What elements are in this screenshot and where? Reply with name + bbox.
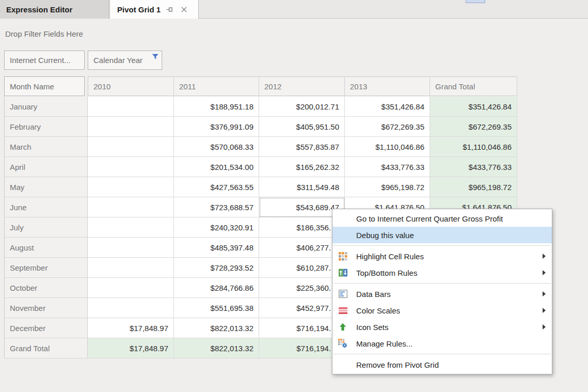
row-header[interactable]: April — [4, 157, 88, 177]
pivot-cell[interactable]: $433,776.33 — [430, 157, 517, 177]
pivot-cell[interactable]: $200,012.71 — [259, 97, 345, 117]
context-menu-item-manage-rules[interactable]: Manage Rules... — [332, 335, 552, 352]
row-header[interactable]: October — [4, 278, 88, 298]
row-header[interactable]: February — [4, 117, 88, 137]
pivot-cell[interactable]: $17,848.97 — [88, 338, 174, 358]
menu-separator — [333, 354, 551, 354]
pivot-cell[interactable]: $672,269.35 — [430, 117, 517, 137]
context-menu-item-color-scales[interactable]: Color Scales — [332, 302, 552, 319]
row-header[interactable]: June — [4, 197, 88, 217]
tab-expression-editor[interactable]: Expression Editor — [0, 0, 109, 19]
column-header-2011[interactable]: 2011 — [174, 76, 259, 96]
pivot-cell[interactable] — [88, 258, 174, 278]
context-menu: Go to Internet Current Quarter Gross Pro… — [332, 209, 552, 374]
manage-rules-icon — [338, 339, 347, 348]
context-menu-item-remove-from-pivot-grid[interactable]: Remove from Pivot Grid — [332, 356, 552, 373]
pivot-cell[interactable]: $188,951.18 — [174, 97, 259, 117]
pivot-cell[interactable]: $284,766.86 — [174, 278, 259, 298]
pivot-cell[interactable] — [88, 97, 174, 117]
submenu-arrow-icon — [543, 291, 546, 296]
row-header[interactable]: December — [4, 318, 88, 338]
drop-filter-fields-hint: Drop Filter Fields Here — [5, 29, 83, 38]
pivot-cell[interactable]: $376,991.09 — [174, 117, 259, 137]
filter-field-label: Calendar Year — [93, 56, 142, 65]
menu-item-label: Highlight Cell Rules — [356, 252, 424, 261]
pivot-cell[interactable]: $427,563.55 — [174, 177, 259, 197]
pivot-cell[interactable]: $822,013.32 — [174, 338, 259, 358]
row-header[interactable]: May — [4, 177, 88, 197]
pivot-corner-cell: Month Name — [4, 76, 88, 96]
pivot-cell[interactable]: $1,110,046.86 — [430, 137, 517, 157]
menu-item-label: Go to Internet Current Quarter Gross Pro… — [356, 214, 503, 223]
pin-icon[interactable] — [164, 4, 175, 15]
column-header-grand-total[interactable]: Grand Total — [430, 76, 517, 96]
row-header[interactable]: September — [4, 258, 88, 278]
pivot-cell[interactable]: $165,262.32 — [259, 157, 345, 177]
menu-item-label: Debug this value — [356, 231, 414, 240]
column-header-2010[interactable]: 2010 — [88, 76, 174, 96]
column-header-2013[interactable]: 2013 — [345, 76, 430, 96]
toolbar-button-remnant — [466, 0, 485, 3]
pivot-cell[interactable] — [88, 217, 174, 238]
context-menu-item-go-to-internet-current-quarter-gross-profit[interactable]: Go to Internet Current Quarter Gross Pro… — [332, 210, 552, 227]
pivot-cell[interactable] — [88, 137, 174, 157]
row-header[interactable]: Grand Total — [4, 338, 88, 358]
pivot-cell[interactable]: $723,688.57 — [174, 197, 259, 217]
pivot-cell[interactable]: $965,198.72 — [345, 177, 430, 197]
row-header[interactable]: November — [4, 298, 88, 318]
menu-item-label: Top/Bottom Rules — [356, 269, 417, 277]
row-header[interactable]: January — [4, 97, 88, 117]
submenu-arrow-icon — [543, 308, 546, 313]
pivot-cell[interactable]: $17,848.97 — [88, 318, 174, 338]
row-header[interactable]: March — [4, 137, 88, 157]
context-menu-item-top-bottom-rules[interactable]: Top/Bottom Rules — [332, 264, 552, 281]
menu-item-label: Remove from Pivot Grid — [356, 360, 439, 369]
column-header-2012[interactable]: 2012 — [259, 76, 345, 96]
pivot-cell[interactable] — [88, 117, 174, 137]
row-header[interactable]: August — [4, 238, 88, 258]
context-menu-item-data-bars[interactable]: Data Bars — [332, 286, 552, 302]
pivot-cell[interactable] — [88, 157, 174, 177]
pivot-cell[interactable]: $311,549.48 — [259, 177, 345, 197]
pivot-cell[interactable]: $570,068.33 — [174, 137, 259, 157]
data-bars-icon — [338, 289, 347, 299]
pivot-cell[interactable]: $551,695.38 — [174, 298, 259, 318]
menu-item-label: Icon Sets — [356, 323, 389, 332]
pivot-cell[interactable]: $201,534.00 — [174, 157, 259, 177]
highlight-cell-rules-icon — [338, 252, 347, 261]
menu-item-label: Data Bars — [356, 290, 391, 299]
pivot-cell[interactable]: $485,397.48 — [174, 238, 259, 258]
color-scales-icon — [338, 306, 347, 315]
pivot-cell[interactable] — [88, 197, 174, 217]
icon-sets-icon — [338, 322, 347, 332]
pivot-cell[interactable] — [88, 298, 174, 318]
row-header[interactable]: July — [4, 217, 88, 238]
pivot-cell[interactable]: $557,835.87 — [259, 137, 345, 157]
close-icon[interactable] — [178, 4, 189, 15]
filter-funnel-icon[interactable] — [152, 53, 159, 59]
context-menu-item-debug-this-value[interactable]: Debug this value — [332, 227, 552, 243]
pivot-cell[interactable]: $351,426.84 — [345, 97, 430, 117]
pivot-cell[interactable]: $1,110,046.86 — [345, 137, 430, 157]
pivot-cell[interactable] — [88, 177, 174, 197]
pivot-cell[interactable]: $351,426.84 — [430, 97, 517, 117]
top-bottom-rules-icon — [338, 268, 347, 277]
pivot-cell[interactable] — [88, 278, 174, 298]
context-menu-item-icon-sets[interactable]: Icon Sets — [332, 319, 552, 335]
pivot-cell[interactable]: $240,320.91 — [174, 217, 259, 238]
context-menu-item-highlight-cell-rules[interactable]: Highlight Cell Rules — [332, 248, 552, 264]
submenu-arrow-icon — [543, 254, 546, 259]
pivot-cell[interactable]: $672,269.35 — [345, 117, 430, 137]
pivot-cell[interactable] — [88, 238, 174, 258]
pivot-cell[interactable]: $822,013.32 — [174, 318, 259, 338]
pivot-cell[interactable]: $405,951.50 — [259, 117, 345, 137]
row-area-field-month-name[interactable]: Month Name — [4, 76, 85, 96]
menu-item-label: Manage Rules... — [356, 339, 412, 348]
pivot-cell[interactable]: $433,776.33 — [345, 157, 430, 177]
tab-pivot-grid-1[interactable]: Pivot Grid 1 — [109, 0, 199, 19]
filter-field-calendar-year[interactable]: Calendar Year — [88, 51, 162, 70]
pivot-cell[interactable]: $728,293.52 — [174, 258, 259, 278]
pivot-cell[interactable]: $965,198.72 — [430, 177, 517, 197]
tab-label: Pivot Grid 1 — [117, 5, 161, 14]
filter-field-internet-current[interactable]: Internet Current... — [4, 51, 85, 70]
